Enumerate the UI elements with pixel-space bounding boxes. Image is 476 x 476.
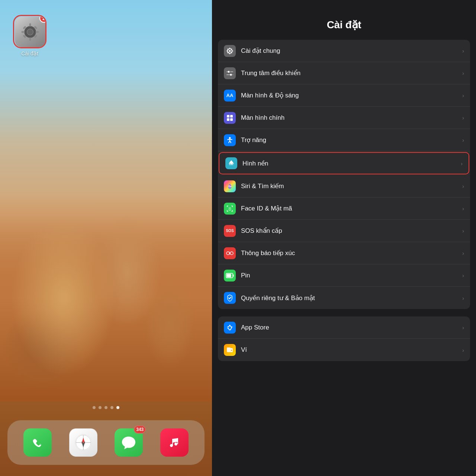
settings-app-icon[interactable]: 2 (15, 17, 45, 47)
dot-3 (104, 406, 107, 409)
settings-row-control-center[interactable]: Trung tâm điều khiển › (218, 62, 470, 84)
svg-rect-37 (227, 118, 229, 121)
display-icon: AA (224, 90, 236, 102)
settings-page-title: Cài đặt (221, 19, 467, 31)
control-center-label: Trung tâm điều khiển (241, 69, 462, 77)
wallet-label: Ví (241, 346, 462, 354)
accessibility-chevron: › (462, 137, 464, 143)
music-app-icon[interactable] (160, 428, 189, 457)
battery-label: Pin (241, 272, 462, 279)
svg-rect-31 (230, 71, 233, 72)
settings-row-privacy[interactable]: Quyền riêng tư & Bảo mật › (218, 287, 470, 309)
svg-point-10 (27, 29, 33, 35)
wallet-svg (226, 346, 234, 354)
siri-chevron: › (462, 183, 464, 189)
settings-panel: Cài đặt (212, 0, 476, 476)
general-icon (224, 45, 236, 57)
svg-point-49 (231, 208, 231, 208)
sliders-svg (226, 70, 234, 77)
accessibility-svg (226, 136, 234, 144)
svg-rect-33 (226, 74, 230, 75)
privacy-svg (226, 294, 234, 302)
svg-rect-17 (172, 439, 173, 446)
accessibility-icon (224, 134, 236, 146)
svg-point-39 (229, 137, 231, 139)
appstore-svg (226, 324, 234, 331)
svg-rect-4 (21, 31, 25, 33)
home-screen-icon (224, 112, 236, 124)
svg-rect-57 (227, 347, 231, 349)
sos-label: SOS khẩn cấp (241, 227, 462, 235)
svg-rect-45 (232, 206, 233, 207)
settings-row-siri[interactable]: Siri & Tìm kiếm › (218, 175, 470, 197)
battery-svg (226, 273, 234, 278)
gear-small-svg (226, 47, 234, 55)
control-center-chevron: › (462, 70, 464, 76)
home-screen-chevron: › (462, 115, 464, 121)
svg-rect-47 (232, 210, 233, 212)
appstore-chevron: › (462, 324, 464, 331)
battery-icon (224, 270, 236, 282)
settings-app-container[interactable]: 2 Cài đặt (11, 15, 48, 57)
battery-chevron: › (462, 272, 464, 279)
display-chevron: › (462, 92, 464, 99)
contact-notifications-label: Thông báo tiếp xúc (241, 249, 462, 257)
appstore-icon (224, 322, 236, 334)
settings-group-1: Cài đặt chung › Trung tâm điều khiển (218, 40, 470, 309)
settings-icon-highlight: 2 (13, 15, 46, 48)
svg-rect-54 (233, 274, 234, 277)
dot-4 (110, 406, 113, 409)
settings-group-2: App Store › Ví › (218, 316, 470, 361)
dot-1 (93, 406, 96, 409)
settings-row-faceid[interactable]: Face ID & Mật mã › (218, 197, 470, 220)
svg-rect-3 (29, 38, 31, 41)
control-center-icon (224, 67, 236, 79)
wallpaper-chevron: › (461, 160, 463, 167)
page-indicator (0, 406, 212, 409)
settings-row-general[interactable]: Cài đặt chung › (218, 40, 470, 62)
dot-5-active (116, 406, 119, 409)
settings-row-accessibility[interactable]: Trợ năng › (218, 129, 470, 151)
safari-app-icon[interactable] (69, 428, 97, 457)
dot-2 (99, 406, 102, 409)
wallpaper-icon (225, 157, 237, 169)
svg-rect-44 (227, 206, 228, 207)
siri-icon (224, 180, 236, 192)
settings-row-display[interactable]: AA Màn hình & Độ sáng › (218, 84, 470, 107)
svg-rect-35 (227, 115, 229, 118)
svg-point-51 (226, 252, 229, 255)
svg-point-52 (230, 252, 233, 255)
svg-rect-22 (229, 53, 230, 54)
phone-icon-svg (29, 434, 46, 451)
siri-svg (226, 183, 234, 190)
safari-icon-svg (74, 433, 93, 452)
settings-row-contact-notifications[interactable]: Thông báo tiếp xúc › (218, 242, 470, 264)
home-screen-label: Màn hình chính (241, 114, 462, 122)
settings-row-home-screen[interactable]: Màn hình chính › (218, 107, 470, 129)
privacy-chevron: › (462, 295, 464, 301)
contact-icon (224, 247, 236, 259)
display-label: Màn hình & Độ sáng (241, 91, 462, 99)
settings-row-sos[interactable]: SOS SOS khẩn cấp › (218, 220, 470, 242)
messages-app-icon[interactable]: 343 (115, 428, 143, 457)
siri-label: Siri & Tìm kiếm (241, 182, 462, 190)
settings-row-appstore[interactable]: App Store › (218, 316, 470, 339)
svg-point-29 (228, 71, 230, 73)
sos-icon: SOS (224, 225, 236, 237)
music-icon-svg (167, 435, 182, 450)
display-icon-text: AA (226, 93, 234, 98)
settings-row-wallpaper[interactable]: Hình nền › (219, 152, 469, 174)
faceid-icon (224, 203, 236, 215)
settings-row-wallet[interactable]: Ví › (218, 339, 470, 361)
svg-rect-38 (230, 118, 233, 121)
accessibility-label: Trợ năng (241, 136, 462, 144)
grid-svg (226, 114, 234, 122)
phone-app-icon[interactable] (23, 428, 52, 457)
messages-icon-svg (120, 434, 137, 451)
settings-app-label: Cài đặt (21, 51, 38, 57)
settings-row-battery[interactable]: Pin › (218, 264, 470, 287)
home-screen: 2 Cài đặt (0, 0, 212, 476)
wallpaper-label: Hình nền (242, 160, 461, 167)
rock-landscape (0, 141, 212, 402)
faceid-chevron: › (462, 205, 464, 212)
